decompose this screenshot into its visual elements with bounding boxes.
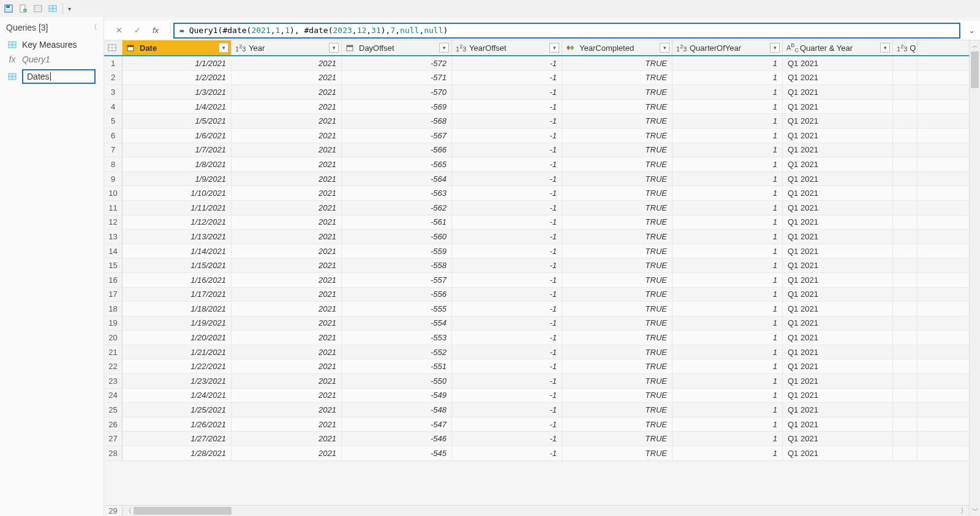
cell-date[interactable]: 1/20/2021	[123, 331, 232, 345]
cell-date[interactable]: 1/14/2021	[123, 244, 232, 258]
cell-quarter-and-year[interactable]: Q1 2021	[783, 288, 893, 302]
cell-date[interactable]: 1/23/2021	[123, 374, 232, 388]
cell-yearcompleted[interactable]: TRUE	[562, 201, 673, 215]
cell-year[interactable]: 2021	[232, 403, 342, 417]
cell-dayoffset[interactable]: -558	[342, 258, 452, 272]
cell-dayoffset[interactable]: -553	[342, 331, 452, 345]
table-row[interactable]: 201/20/20212021-553-1TRUE1Q1 2021	[104, 331, 969, 345]
cell-yearoffset[interactable]: -1	[452, 374, 562, 388]
cell-year[interactable]: 2021	[232, 201, 342, 215]
cell-quarterofyear[interactable]: 1	[673, 215, 783, 230]
table-row[interactable]: 11/1/20212021-572-1TRUE1Q1 2021	[104, 56, 969, 71]
column-filter-dropdown[interactable]: ▾	[660, 43, 669, 53]
cell-quarter-and-year[interactable]: Q1 2021	[783, 114, 893, 128]
cell-quarterofyear[interactable]: 1	[673, 374, 783, 388]
cell-dayoffset[interactable]: -571	[342, 71, 452, 85]
cell-year[interactable]: 2021	[232, 446, 342, 460]
cell-yearoffset[interactable]: -1	[452, 230, 562, 244]
table-row[interactable]: 191/19/20212021-554-1TRUE1Q1 2021	[104, 316, 969, 331]
cell-quarter-and-year[interactable]: Q1 2021	[783, 143, 893, 157]
cell-dayoffset[interactable]: -565	[342, 157, 452, 171]
cell-extra[interactable]	[893, 258, 918, 272]
cell-quarter-and-year[interactable]: Q1 2021	[783, 345, 893, 359]
column-header-yearoffset[interactable]: 123 YearOffset ▾	[452, 40, 562, 55]
cell-quarter-and-year[interactable]: Q1 2021	[783, 273, 893, 287]
cell-extra[interactable]	[893, 302, 918, 316]
cell-extra[interactable]	[893, 446, 918, 460]
cell-yearcompleted[interactable]: TRUE	[562, 186, 673, 200]
vscroll-thumb[interactable]	[971, 51, 979, 88]
cell-extra[interactable]	[893, 157, 918, 171]
cell-year[interactable]: 2021	[232, 100, 342, 114]
formula-input[interactable]: = Query1(#date(2021, 1, 1), #date(2023, …	[173, 23, 960, 39]
cell-yearcompleted[interactable]: TRUE	[562, 244, 673, 258]
cell-dayoffset[interactable]: -563	[342, 186, 452, 200]
cell-yearoffset[interactable]: -1	[452, 316, 562, 331]
cell-quarter-and-year[interactable]: Q1 2021	[783, 230, 893, 244]
cell-extra[interactable]	[893, 172, 918, 186]
cell-yearcompleted[interactable]: TRUE	[562, 302, 673, 316]
cell-quarter-and-year[interactable]: Q1 2021	[783, 56, 893, 70]
cell-extra[interactable]	[893, 288, 918, 302]
cell-yearoffset[interactable]: -1	[452, 157, 562, 171]
cell-yearcompleted[interactable]: TRUE	[562, 417, 673, 432]
cell-year[interactable]: 2021	[232, 273, 342, 287]
cell-quarter-and-year[interactable]: Q1 2021	[783, 432, 893, 446]
cell-dayoffset[interactable]: -567	[342, 129, 452, 143]
cell-extra[interactable]	[893, 403, 918, 417]
cell-quarter-and-year[interactable]: Q1 2021	[783, 201, 893, 215]
table-row[interactable]: 111/11/20212021-562-1TRUE1Q1 2021	[104, 201, 969, 215]
cell-year[interactable]: 2021	[232, 258, 342, 272]
cell-yearoffset[interactable]: -1	[452, 201, 562, 215]
vscroll-track[interactable]	[970, 51, 980, 505]
cell-quarter-and-year[interactable]: Q1 2021	[783, 359, 893, 373]
horizontal-scrollbar[interactable]: 29 〈 〉	[104, 505, 969, 516]
cell-date[interactable]: 1/5/2021	[123, 114, 232, 128]
column-header-yearcompleted[interactable]: YearCompleted ▾	[562, 40, 673, 55]
cell-date[interactable]: 1/10/2021	[123, 186, 232, 200]
cell-quarterofyear[interactable]: 1	[673, 129, 783, 143]
cell-quarterofyear[interactable]: 1	[673, 302, 783, 316]
cell-yearoffset[interactable]: -1	[452, 273, 562, 287]
cell-extra[interactable]	[893, 432, 918, 446]
cell-year[interactable]: 2021	[232, 374, 342, 388]
cell-year[interactable]: 2021	[232, 230, 342, 244]
cell-quarterofyear[interactable]: 1	[673, 345, 783, 359]
cell-dayoffset[interactable]: -566	[342, 143, 452, 157]
table-row[interactable]: 211/21/20212021-552-1TRUE1Q1 2021	[104, 345, 969, 360]
cell-extra[interactable]	[893, 273, 918, 287]
cell-extra[interactable]	[893, 114, 918, 128]
query-item-key-measures[interactable]: Key Measures	[0, 37, 104, 52]
cell-quarter-and-year[interactable]: Q1 2021	[783, 446, 893, 460]
cell-yearoffset[interactable]: -1	[452, 389, 562, 403]
cell-yearoffset[interactable]: -1	[452, 403, 562, 417]
cell-quarter-and-year[interactable]: Q1 2021	[783, 172, 893, 186]
cell-yearcompleted[interactable]: TRUE	[562, 114, 673, 128]
cell-yearcompleted[interactable]: TRUE	[562, 273, 673, 287]
cell-yearcompleted[interactable]: TRUE	[562, 71, 673, 85]
cell-yearcompleted[interactable]: TRUE	[562, 446, 673, 460]
cell-dayoffset[interactable]: -560	[342, 230, 452, 244]
cell-quarter-and-year[interactable]: Q1 2021	[783, 374, 893, 388]
cell-yearoffset[interactable]: -1	[452, 85, 562, 99]
cell-quarterofyear[interactable]: 1	[673, 432, 783, 446]
cell-yearcompleted[interactable]: TRUE	[562, 100, 673, 114]
query-rename-input[interactable]: Dates	[22, 69, 96, 84]
cell-year[interactable]: 2021	[232, 129, 342, 143]
expand-formula-button[interactable]: ⌄	[963, 26, 980, 35]
properties-icon[interactable]	[33, 4, 43, 13]
cell-yearoffset[interactable]: -1	[452, 417, 562, 432]
cell-extra[interactable]	[893, 186, 918, 200]
cell-extra[interactable]	[893, 359, 918, 373]
cell-quarterofyear[interactable]: 1	[673, 331, 783, 345]
cell-dayoffset[interactable]: -549	[342, 389, 452, 403]
cell-yearoffset[interactable]: -1	[452, 244, 562, 258]
cell-yearoffset[interactable]: -1	[452, 258, 562, 272]
cell-dayoffset[interactable]: -568	[342, 114, 452, 128]
cell-dayoffset[interactable]: -551	[342, 359, 452, 373]
cell-date[interactable]: 1/13/2021	[123, 230, 232, 244]
cell-extra[interactable]	[893, 56, 918, 70]
cell-date[interactable]: 1/19/2021	[123, 316, 232, 331]
cell-dayoffset[interactable]: -569	[342, 100, 452, 114]
cell-year[interactable]: 2021	[232, 85, 342, 99]
